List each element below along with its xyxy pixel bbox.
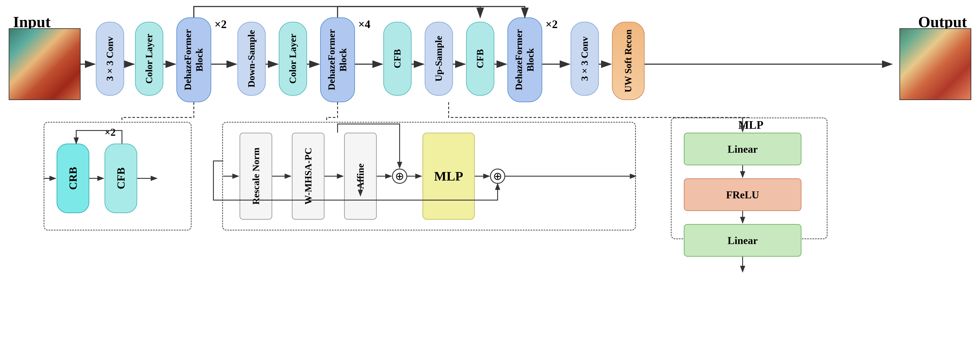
dehaze3-block: DehazeFormer Block (508, 17, 542, 102)
conv2-block: 3×3 Conv (571, 22, 599, 96)
linear2-block: Linear (684, 224, 802, 257)
frelu-block: FReLU (684, 178, 802, 211)
dehaze2-block: DehazeFormer Block (320, 17, 355, 102)
upsample-block: Up-Sample (425, 22, 453, 96)
diagram: Input Output 3×3 Conv Color Layer Dehaze… (0, 0, 980, 348)
rescale-norm-block: Rescale Norm (240, 133, 272, 220)
dehaze1-block: DehazeFormer Block (177, 17, 211, 102)
affine-block: Affine (344, 133, 377, 220)
linear1-block: Linear (684, 133, 802, 165)
mult3: ×2 (546, 18, 558, 31)
wmhsa-block: W-MHSA-PC (292, 133, 325, 220)
cfb1-block: CFB (383, 22, 412, 96)
output-image (899, 28, 971, 100)
color-layer1-block: Color Layer (135, 22, 163, 96)
mult1: ×2 (215, 18, 227, 31)
plus-circle-1: ⊕ (392, 169, 407, 184)
crb-detail-block: CRB (57, 144, 89, 213)
mlp-center-block: MLP (423, 133, 475, 220)
conv1-block: 3×3 Conv (96, 22, 124, 96)
mult-detail: ×2 (105, 126, 116, 138)
mlp-label: MLP (738, 119, 764, 131)
downsample-block: Down-Sample (237, 22, 266, 96)
uw-soft-block: UW Soft Recon (612, 22, 644, 100)
cfb2-block: CFB (466, 22, 494, 96)
cfb-detail-block: CFB (105, 144, 137, 213)
mult2: ×4 (358, 18, 371, 31)
color-layer2-block: Color Layer (279, 22, 307, 96)
input-image (9, 28, 81, 100)
plus-circle-2: ⊕ (490, 169, 505, 184)
